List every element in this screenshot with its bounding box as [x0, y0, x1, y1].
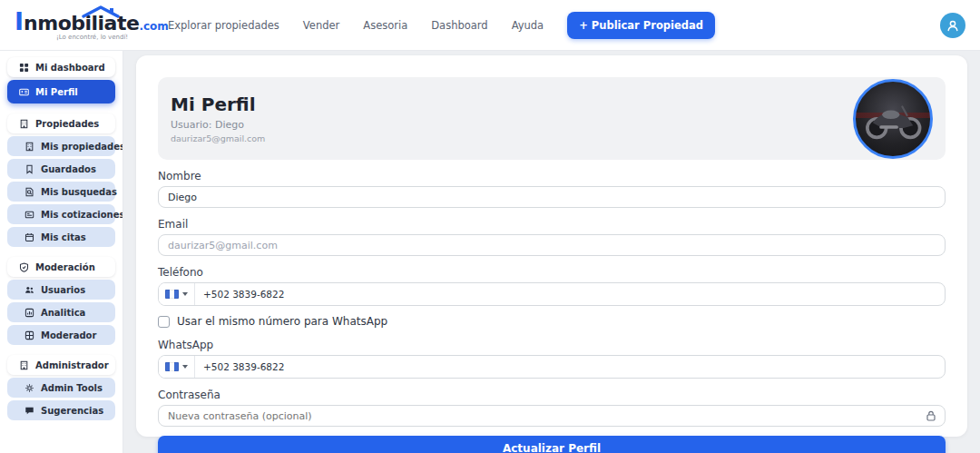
sidebar-item-label: Mis cotizaciones: [41, 210, 123, 220]
moderator-grid-icon: [24, 330, 34, 340]
profile-photo[interactable]: [853, 79, 933, 159]
sidebar-item-label: Mi dashboard: [35, 63, 105, 73]
sidebar-item-label: Mis busquedas: [41, 187, 117, 197]
chevron-down-icon: [182, 292, 188, 296]
sidebar-section-label: Moderación: [35, 262, 95, 272]
password-wrap: [158, 405, 946, 427]
sidebar-item-label: Guardados: [41, 164, 96, 174]
top-header: Inmobiliate.com ¡Lo encontré, lo vendí! …: [0, 0, 980, 51]
sidebar-item-label: Sugerencias: [41, 406, 103, 416]
calendar-icon: [24, 232, 34, 242]
profile-card: Mi Perfil Usuario: Diego daurizar5@gmail…: [136, 55, 967, 437]
feedback-icon: [24, 406, 34, 416]
sidebar-item-label: Mi Perfil: [35, 87, 78, 97]
email-input[interactable]: [158, 234, 946, 256]
building-icon: [19, 119, 29, 129]
telefono-label: Teléfono: [158, 267, 946, 279]
update-profile-button[interactable]: Actualizar Perfil: [158, 436, 946, 453]
publish-property-button[interactable]: + Publicar Propiedad: [567, 12, 715, 39]
bookmark-icon: [24, 164, 34, 174]
contrasena-input[interactable]: [158, 405, 946, 427]
page-title: Mi Perfil: [171, 94, 265, 115]
field-whatsapp: WhatsApp: [158, 334, 946, 379]
sidebar-item-mis-cotizaciones[interactable]: Mis cotizaciones: [7, 204, 115, 224]
building-icon: [19, 360, 29, 370]
sidebar-section-administrador[interactable]: Administrador: [7, 355, 115, 375]
brand-wordmark: Inmobiliate.com: [15, 9, 151, 34]
telefono-input[interactable]: [195, 289, 945, 300]
sidebar-item-label: Analitica: [41, 308, 85, 318]
brand-tagline: ¡Lo encontré, lo vendí!: [56, 34, 151, 41]
nombre-input[interactable]: [158, 186, 946, 208]
sidebar-item-mis-busquedas[interactable]: Mis busquedas: [7, 182, 115, 202]
shield-icon: [19, 262, 29, 272]
motorcycle-image: [859, 94, 926, 142]
telefono-country-selector[interactable]: [159, 283, 195, 305]
sidebar-item-mi-perfil[interactable]: Mi Perfil: [7, 80, 115, 103]
nav-dashboard[interactable]: Dashboard: [431, 19, 487, 32]
user-icon: [946, 18, 960, 33]
sidebar-item-mis-propiedades[interactable]: Mis propiedades: [7, 136, 115, 156]
document-search-icon: [24, 187, 34, 197]
sidebar-item-usuarios[interactable]: Usuarios: [7, 280, 115, 300]
page-body: Mi dashboard Mi Perfil Propiedades Mis p…: [0, 51, 980, 453]
field-nombre: Nombre: [158, 165, 946, 208]
sidebar-item-admin-tools[interactable]: Admin Tools: [7, 378, 115, 398]
brand-logo[interactable]: Inmobiliate.com ¡Lo encontré, lo vendí!: [15, 9, 151, 41]
profile-username: Usuario: Diego: [171, 119, 265, 131]
sidebar-section-propiedades[interactable]: Propiedades: [7, 113, 115, 133]
whatsapp-input[interactable]: [195, 361, 945, 372]
sidebar-item-label: Usuarios: [41, 285, 85, 295]
main-area: Mi Perfil Usuario: Diego daurizar5@gmail…: [123, 51, 980, 453]
sidebar-section-label: Administrador: [35, 360, 109, 370]
receipt-icon: [24, 210, 34, 220]
sidebar-item-label: Mis propiedades: [41, 142, 123, 152]
sidebar-item-sugerencias[interactable]: Sugerencias: [7, 400, 115, 420]
chevron-down-icon: [182, 365, 188, 369]
tools-icon: [24, 383, 34, 393]
sidebar-section-label: Propiedades: [35, 119, 99, 129]
whatsapp-label: WhatsApp: [158, 340, 946, 351]
whatsapp-country-selector[interactable]: [159, 356, 195, 378]
email-label: Email: [158, 219, 946, 231]
sidebar-item-guardados[interactable]: Guardados: [7, 159, 115, 179]
field-telefono: Teléfono: [158, 261, 946, 306]
profile-email: daurizar5@gmail.com: [171, 133, 265, 143]
nombre-label: Nombre: [158, 171, 946, 182]
guatemala-flag-icon: [165, 362, 179, 371]
nav-asesoria[interactable]: Asesoria: [363, 19, 407, 32]
whatsapp-same-number-checkbox[interactable]: [158, 316, 170, 328]
sidebar-item-moderador[interactable]: Moderador: [7, 325, 115, 345]
whatsapp-same-number-label: Usar el mismo número para WhatsApp: [177, 315, 387, 328]
whatsapp-phone-input: [158, 355, 946, 379]
sidebar: Mi dashboard Mi Perfil Propiedades Mis p…: [0, 51, 123, 453]
main-nav: Explorar propiedades Vender Asesoria Das…: [168, 12, 715, 39]
nav-ayuda[interactable]: Ayuda: [512, 19, 544, 32]
id-card-icon: [19, 87, 29, 97]
dashboard-grid-icon: [19, 63, 29, 73]
users-icon: [24, 285, 34, 295]
app-root: Inmobiliate.com ¡Lo encontré, lo vendí! …: [0, 0, 980, 453]
field-contrasena: Contraseña: [158, 384, 946, 427]
profile-hero: Mi Perfil Usuario: Diego daurizar5@gmail…: [158, 77, 946, 160]
nav-vender[interactable]: Vender: [303, 19, 339, 32]
sidebar-item-label: Moderador: [41, 330, 96, 340]
sidebar-item-analitica[interactable]: Analitica: [7, 302, 115, 322]
field-email: Email: [158, 213, 946, 256]
brand-initial: I: [15, 7, 24, 35]
sidebar-item-label: Admin Tools: [41, 383, 103, 393]
profile-hero-text: Mi Perfil Usuario: Diego daurizar5@gmail…: [171, 94, 265, 143]
nav-explorar-propiedades[interactable]: Explorar propiedades: [168, 19, 279, 32]
sidebar-item-mis-citas[interactable]: Mis citas: [7, 227, 115, 247]
brand-tld: .com: [139, 20, 168, 33]
contrasena-label: Contraseña: [158, 389, 946, 401]
building-icon: [24, 142, 34, 152]
sidebar-item-mi-dashboard[interactable]: Mi dashboard: [7, 57, 115, 77]
guatemala-flag-icon: [165, 290, 179, 299]
sidebar-item-label: Mis citas: [41, 232, 86, 242]
telefono-phone-input: [158, 282, 946, 306]
sidebar-section-moderacion[interactable]: Moderación: [7, 257, 115, 277]
user-avatar-button[interactable]: [940, 13, 965, 38]
lock-icon: [926, 410, 936, 422]
chart-icon: [24, 308, 34, 318]
